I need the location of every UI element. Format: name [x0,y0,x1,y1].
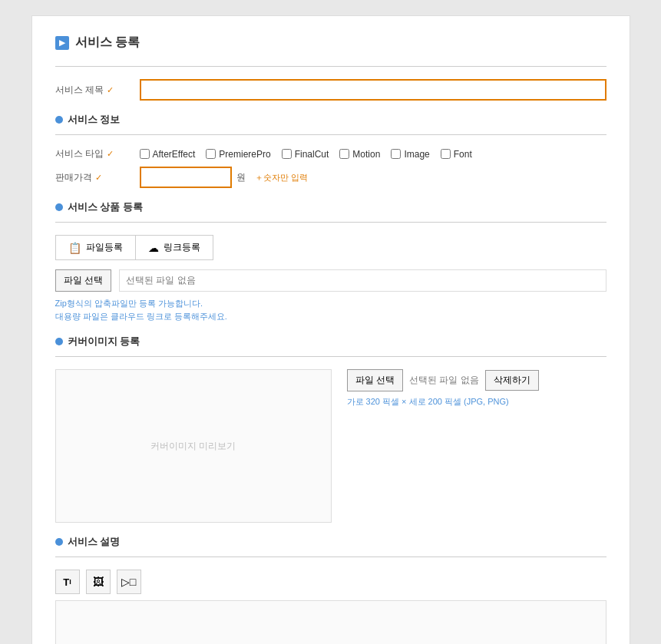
cover-section: 커버이미지 미리보기 파일 선택 선택된 파일 없음 삭제하기 가로 320 픽… [55,369,606,523]
price-unit: 원 [236,171,246,184]
file-select-button[interactable]: 파일 선택 [55,269,111,292]
section-dot-2 [55,203,63,211]
checkbox-image[interactable]: Image [391,149,429,160]
product-divider [55,222,606,223]
desc-area [55,600,606,644]
cover-size-info: 가로 320 픽셀 × 세로 200 픽셀 (JPG, PNG) [347,396,539,408]
title-divider [55,66,606,67]
title-text: 서비스 등록 [75,35,140,51]
title-icon: ▶ [55,36,69,50]
checkbox-aftereffect[interactable]: AfterEffect [140,149,196,160]
service-desc-header: 서비스 설명 [55,535,606,549]
service-type-label: 서비스 타입 ✓ [55,147,140,160]
checkbox-font[interactable]: Font [441,149,472,160]
section-dot-3 [55,338,63,345]
book-icon: 📋 [68,242,81,254]
cover-preview: 커버이미지 미리보기 [55,369,332,523]
checkbox-premiere[interactable]: PremierePro [206,149,270,160]
file-select-row: 파일 선택 선택된 파일 없음 [55,269,606,292]
price-label: 판매가격 ✓ [55,171,140,184]
checkbox-motion[interactable]: Motion [339,149,380,160]
link-tab-button[interactable]: ☁ 링크등록 [135,235,213,260]
checkbox-finalcut[interactable]: FinalCut [282,149,329,160]
video-icon: ▷□ [121,576,136,588]
toolbar-text-button[interactable]: TI [55,570,80,594]
cloud-icon: ☁ [148,242,159,254]
product-register-header: 서비스 상품 등록 [55,200,606,214]
cover-file-name: 선택된 파일 없음 [409,374,479,387]
image-icon: 🖼 [93,576,104,588]
service-title-input[interactable] [140,79,606,101]
zip-info-link[interactable]: Zip형식의 압축파일만 등록 가능합니다. [55,298,606,309]
cover-delete-button[interactable]: 삭제하기 [485,370,539,391]
price-row: 판매가격 ✓ 원 ＋숫자만 입력 [55,167,606,188]
service-type-checkboxes: AfterEffect PremierePro FinalCut Motion … [140,149,606,160]
service-title-row: 서비스 제목 ✓ [55,79,606,101]
section-dot-4 [55,538,63,546]
cover-file-row: 파일 선택 선택된 파일 없음 삭제하기 [347,369,539,391]
file-tab-button[interactable]: 📋 파일등록 [55,235,135,260]
cloud-info-link[interactable]: 대용량 파일은 클라우드 링크로 등록해주세요. [55,311,606,322]
cover-image-header: 커버이미지 등록 [55,335,606,348]
toolbar-image-button[interactable]: 🖼 [86,570,111,594]
desc-toolbar: TI 🖼 ▷□ [55,570,606,594]
cover-divider [55,356,606,357]
service-info-header: 서비스 정보 [55,113,606,127]
info-divider [55,134,606,135]
service-title-label: 서비스 제목 ✓ [55,84,140,97]
service-type-row: 서비스 타입 ✓ AfterEffect PremierePro FinalCu… [55,147,606,160]
main-container: ▶ 서비스 등록 서비스 제목 ✓ 서비스 정보 서비스 타입 ✓ AfterE… [31,15,630,644]
price-hint: ＋숫자만 입력 [255,172,308,183]
tab-buttons: 📋 파일등록 ☁ 링크등록 [55,235,606,260]
cover-controls: 파일 선택 선택된 파일 없음 삭제하기 가로 320 픽셀 × 세로 200 … [347,369,539,408]
cover-file-select-button[interactable]: 파일 선택 [347,369,403,391]
price-input[interactable] [140,167,232,188]
section-dot [55,116,63,124]
file-name-display: 선택된 파일 없음 [119,269,606,292]
toolbar-video-button[interactable]: ▷□ [117,570,141,594]
page-title: ▶ 서비스 등록 [55,35,606,51]
desc-divider [55,556,606,557]
